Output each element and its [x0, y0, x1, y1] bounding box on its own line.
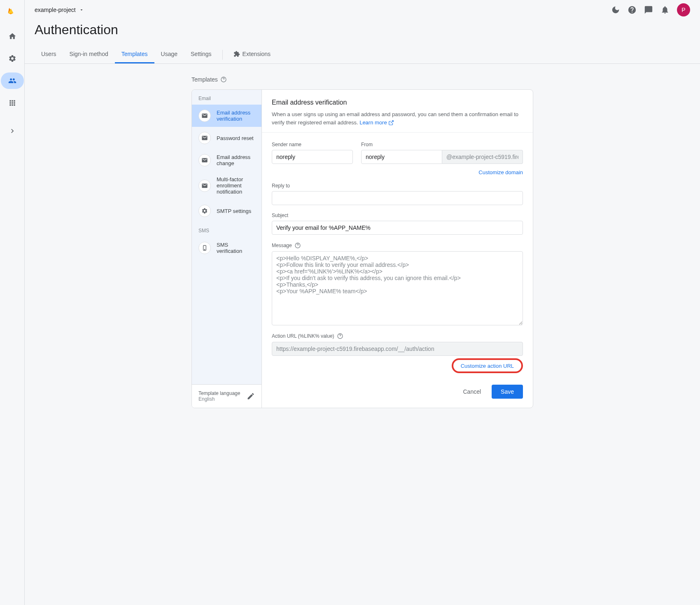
nav-expand-icon[interactable]: [4, 123, 21, 139]
save-button[interactable]: Save: [492, 385, 523, 399]
svg-point-2: [204, 249, 205, 250]
tab-usage[interactable]: Usage: [154, 46, 184, 63]
help-icon[interactable]: [628, 5, 637, 14]
template-item-password-reset[interactable]: Password reset: [192, 127, 261, 149]
help-circle-icon[interactable]: [294, 242, 301, 249]
form-divider: [262, 132, 533, 133]
template-item-sms[interactable]: SMS verification: [192, 237, 261, 259]
left-nav-sidebar: [0, 0, 25, 605]
sender-name-label: Sender name: [272, 142, 353, 147]
template-item-smtp[interactable]: SMTP settings: [192, 200, 261, 222]
project-selector[interactable]: example-project: [35, 7, 84, 13]
firebase-logo[interactable]: [7, 7, 18, 18]
learn-more-link[interactable]: Learn more: [359, 119, 394, 126]
tab-divider: [222, 50, 223, 60]
nav-apps-icon[interactable]: [4, 95, 21, 111]
template-language-row: Template language English: [192, 384, 261, 408]
tab-users[interactable]: Users: [35, 46, 63, 63]
template-group-email: Email: [192, 90, 261, 105]
template-language-value: English: [198, 396, 240, 402]
nav-settings-icon[interactable]: [4, 50, 21, 67]
tabs: Users Sign-in method Templates Usage Set…: [25, 46, 700, 64]
project-name: example-project: [35, 7, 76, 13]
help-circle-icon[interactable]: [337, 333, 343, 339]
form-title: Email address verification: [272, 99, 523, 106]
template-list: Email Email address verification Passwor…: [192, 90, 262, 408]
mail-icon: [198, 180, 211, 192]
mail-icon: [198, 132, 211, 144]
from-label: From: [361, 142, 523, 147]
subject-input[interactable]: [272, 221, 523, 235]
subject-label: Subject: [272, 213, 523, 218]
user-avatar[interactable]: P: [677, 3, 690, 16]
action-url-label: Action URL (%LINK% value): [272, 333, 523, 339]
template-item-mfa[interactable]: Multi-factor enrollment notification: [192, 171, 261, 200]
from-local-input[interactable]: [361, 150, 442, 164]
mail-icon: [198, 110, 211, 122]
reply-to-input[interactable]: [272, 191, 523, 205]
tab-templates[interactable]: Templates: [115, 46, 154, 63]
tab-settings[interactable]: Settings: [184, 46, 218, 63]
notifications-icon[interactable]: [660, 5, 670, 14]
template-item-email-change[interactable]: Email address change: [192, 149, 261, 171]
section-header: Templates: [191, 76, 533, 83]
template-item-email-verification[interactable]: Email address verification: [192, 105, 261, 127]
form-pane: Email address verification When a user s…: [262, 90, 533, 408]
reply-to-label: Reply to: [272, 183, 523, 189]
nav-home-icon[interactable]: [4, 28, 21, 44]
mail-icon: [198, 154, 211, 166]
dark-mode-icon[interactable]: [611, 5, 620, 14]
template-language-label: Template language: [198, 390, 240, 396]
customize-domain-link[interactable]: Customize domain: [478, 169, 523, 175]
templates-card: Email Email address verification Passwor…: [191, 89, 533, 408]
topbar: example-project P: [25, 0, 700, 20]
customize-action-url-link[interactable]: Customize action URL: [461, 363, 514, 369]
action-url-input: [272, 342, 523, 356]
customize-action-url-highlight: Customize action URL: [452, 358, 523, 373]
whats-new-icon[interactable]: [644, 5, 653, 14]
tab-signin-method[interactable]: Sign-in method: [63, 46, 115, 63]
phone-icon: [198, 242, 211, 254]
nav-auth-icon[interactable]: [1, 72, 24, 89]
message-textarea[interactable]: [272, 251, 523, 325]
help-circle-icon[interactable]: [220, 76, 227, 83]
tab-extensions[interactable]: Extensions: [227, 46, 277, 63]
page-title: Authentication: [25, 20, 700, 37]
message-label: Message: [272, 242, 523, 249]
external-link-icon: [388, 120, 394, 126]
cancel-button[interactable]: Cancel: [458, 385, 486, 398]
form-description: When a user signs up using an email addr…: [272, 110, 523, 126]
sender-name-input[interactable]: [272, 150, 353, 164]
from-domain-input: [442, 150, 523, 164]
edit-icon[interactable]: [247, 392, 255, 400]
extension-icon: [233, 51, 240, 57]
gear-icon: [198, 205, 211, 217]
chevron-down-icon: [79, 7, 84, 12]
template-group-sms: SMS: [192, 222, 261, 237]
